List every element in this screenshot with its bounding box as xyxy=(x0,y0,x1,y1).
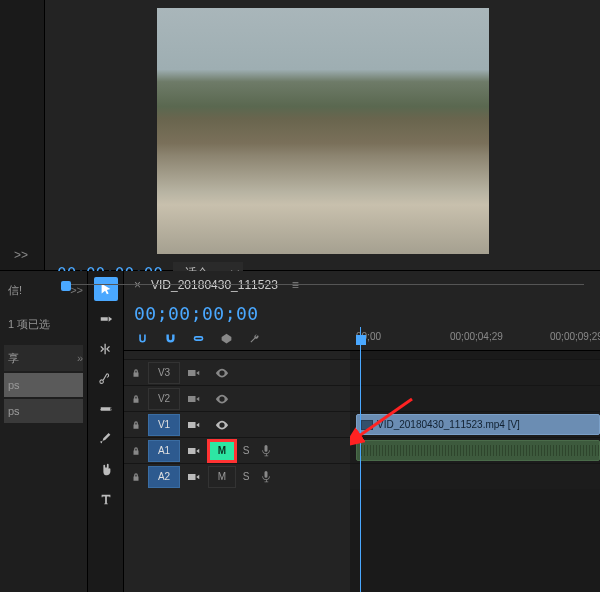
mute-button-a1[interactable]: M xyxy=(208,440,236,462)
marker-settings-icon[interactable] xyxy=(218,331,234,347)
source-patch-icon[interactable] xyxy=(180,388,208,410)
program-playhead[interactable] xyxy=(61,281,71,291)
clip-thumbnail-icon xyxy=(361,420,373,430)
pen-tool-icon[interactable] xyxy=(94,427,118,451)
ripple-edit-tool-icon[interactable] xyxy=(94,337,118,361)
ruler-mark: 00;00;04;29 xyxy=(450,331,503,342)
track-toggle-a1[interactable]: A1 xyxy=(148,440,180,462)
lock-icon[interactable] xyxy=(124,388,148,410)
program-ruler[interactable] xyxy=(61,284,584,294)
hand-tool-icon[interactable] xyxy=(94,457,118,481)
lock-icon[interactable] xyxy=(124,414,148,436)
snap-icon[interactable] xyxy=(134,331,150,347)
lane-v1[interactable]: VID_20180430_111523.mp4 [V] xyxy=(350,411,600,437)
svg-rect-3 xyxy=(188,448,196,454)
playhead-line[interactable] xyxy=(360,327,361,592)
slip-tool-icon[interactable] xyxy=(94,397,118,421)
track-toggle-v2[interactable]: V2 xyxy=(148,388,180,410)
svg-rect-1 xyxy=(188,396,196,402)
expand-panel-icon[interactable]: >> xyxy=(14,248,28,262)
lock-icon[interactable] xyxy=(124,440,148,462)
lock-icon[interactable] xyxy=(124,466,148,488)
wrench-icon[interactable] xyxy=(246,331,262,347)
preview-frame xyxy=(157,8,489,254)
lane-a1[interactable] xyxy=(350,437,600,463)
lock-icon[interactable] xyxy=(124,362,148,384)
linked-selection-icon[interactable] xyxy=(190,331,206,347)
solo-button-a1[interactable]: S xyxy=(236,440,256,462)
project-panel: 信!>> 1 项已选 享» ps ps xyxy=(0,271,88,592)
track-header-a2: A2 M S xyxy=(124,463,350,489)
source-patch-icon[interactable] xyxy=(180,466,208,488)
program-monitor xyxy=(45,0,600,262)
timeline-timecode[interactable]: 00;00;00;00 xyxy=(134,303,259,324)
track-header-v1: V1 xyxy=(124,411,350,437)
track-toggle-v3[interactable]: V3 xyxy=(148,362,180,384)
track-select-tool-icon[interactable] xyxy=(94,307,118,331)
timeline-ruler[interactable]: 00;00 00;00;04;29 00;00;09;29 xyxy=(350,327,600,351)
solo-button-a2[interactable]: S xyxy=(236,466,256,488)
source-patch-icon[interactable] xyxy=(180,440,208,462)
share-label: 享 xyxy=(8,351,19,366)
lane-v3[interactable] xyxy=(350,359,600,385)
toggle-output-icon[interactable] xyxy=(208,388,236,410)
tools-panel xyxy=(88,271,124,592)
project-item[interactable]: ps xyxy=(4,373,83,397)
chevron-icon[interactable]: » xyxy=(77,352,83,364)
track-headers: V3 V2 V1 A1 xyxy=(124,327,350,592)
razor-tool-icon[interactable] xyxy=(94,367,118,391)
source-patch-icon[interactable] xyxy=(180,362,208,384)
track-header-a1: A1 M S xyxy=(124,437,350,463)
mute-button-a2[interactable]: M xyxy=(208,466,236,488)
toggle-output-icon[interactable] xyxy=(208,414,236,436)
track-toggle-v1[interactable]: V1 xyxy=(148,414,180,436)
magnet-icon[interactable] xyxy=(162,331,178,347)
track-header-v2: V2 xyxy=(124,385,350,411)
tracks-area[interactable]: 00;00 00;00;04;29 00;00;09;29 VID_201804… xyxy=(350,327,600,592)
track-toggle-a2[interactable]: A2 xyxy=(148,466,180,488)
panel-title: 信! xyxy=(8,283,22,298)
voice-over-icon[interactable] xyxy=(256,440,276,462)
svg-rect-2 xyxy=(188,422,196,428)
svg-rect-0 xyxy=(188,370,196,376)
timeline-playhead-icon[interactable] xyxy=(356,335,366,345)
project-item[interactable]: ps xyxy=(4,399,83,423)
ruler-mark: 00;00;09;29 xyxy=(550,331,600,342)
clip-label: VID_20180430_111523.mp4 [V] xyxy=(377,419,520,430)
type-tool-icon[interactable] xyxy=(94,487,118,511)
toggle-output-icon[interactable] xyxy=(208,362,236,384)
timeline-panel: × VID_20180430_111523 ≡ 00;00;00;00 V3 xyxy=(124,271,600,592)
voice-over-icon[interactable] xyxy=(256,466,276,488)
selection-count: 1 项已选 xyxy=(4,311,83,337)
source-patch-icon[interactable] xyxy=(180,414,208,436)
track-header-v3: V3 xyxy=(124,359,350,385)
video-clip[interactable]: VID_20180430_111523.mp4 [V] xyxy=(356,414,600,435)
waveform xyxy=(361,445,599,456)
audio-clip[interactable] xyxy=(356,440,600,461)
svg-rect-4 xyxy=(188,474,196,480)
lane-v2[interactable] xyxy=(350,385,600,411)
lane-a2[interactable] xyxy=(350,463,600,489)
